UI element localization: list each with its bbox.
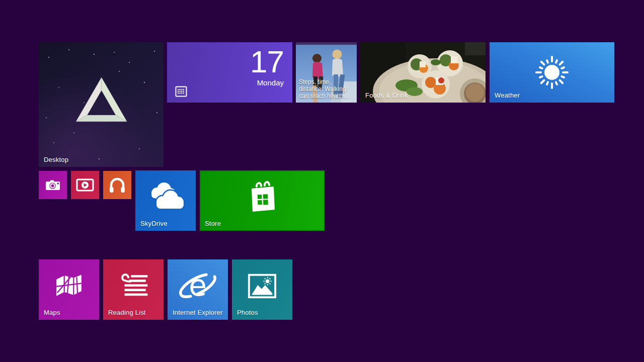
- penrose-triangle: [76, 77, 127, 122]
- camera-icon: [44, 176, 62, 194]
- tile-label: Internet Explorer: [173, 309, 223, 316]
- tile-label: Reading List: [108, 309, 146, 316]
- tile-label: Maps: [44, 309, 60, 316]
- skydrive-clouds-icon: [144, 181, 187, 213]
- tile-label: Foods & Drink: [365, 92, 408, 99]
- tile-photos[interactable]: Photos: [232, 259, 292, 320]
- video-icon: [75, 176, 95, 194]
- health-headline: Steps, time, distance: Walking can reach…: [299, 78, 355, 100]
- tile-food-drink[interactable]: Foods & Drink: [360, 42, 486, 103]
- headphones-icon: [107, 176, 127, 194]
- calendar-icon: [175, 85, 187, 98]
- starfield-penrose-wallpaper: [39, 42, 164, 167]
- tile-desktop[interactable]: Desktop: [39, 42, 164, 167]
- store-bag-icon: [246, 178, 279, 218]
- start-screen: { "background_color": "#28013f", "tiles"…: [0, 0, 644, 362]
- tile-video[interactable]: [71, 171, 99, 199]
- calendar-day: 17: [250, 46, 284, 77]
- calendar-weekday: Monday: [257, 78, 284, 87]
- tile-skydrive[interactable]: SkyDrive: [135, 170, 196, 231]
- tile-camera[interactable]: [39, 171, 67, 199]
- tile-internet-explorer[interactable]: e Internet Explorer: [168, 259, 228, 320]
- sun-icon: [534, 54, 570, 90]
- tile-weather[interactable]: Weather: [490, 42, 614, 103]
- tile-label: Store: [205, 220, 221, 227]
- tile-label: SkyDrive: [140, 220, 168, 227]
- tile-calendar[interactable]: 17 Monday: [167, 42, 292, 103]
- photos-icon: [247, 271, 278, 301]
- tile-label: Weather: [495, 92, 520, 99]
- reading-list-icon: [117, 272, 149, 300]
- tile-music[interactable]: [103, 171, 131, 199]
- map-icon: [53, 272, 85, 300]
- tile-health-fitness[interactable]: Steps, time, distance: Walking can reach…: [296, 42, 357, 103]
- tile-maps[interactable]: Maps: [39, 259, 99, 320]
- tile-label: Photos: [237, 309, 258, 316]
- tile-store[interactable]: Store: [200, 170, 325, 231]
- svg-text:e: e: [189, 268, 207, 303]
- tile-reading-list[interactable]: Reading List: [103, 259, 164, 320]
- internet-explorer-icon: e: [176, 266, 220, 306]
- tile-label: Desktop: [44, 156, 68, 163]
